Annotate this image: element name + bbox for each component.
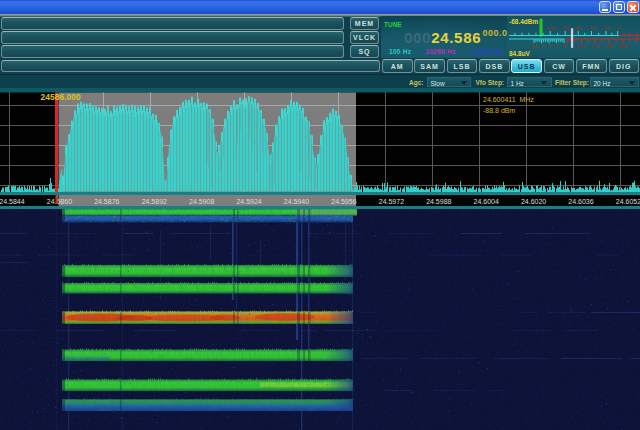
- svg-text:S1: S1: [531, 43, 538, 49]
- svg-text:-60: -60: [574, 25, 582, 31]
- svg-text:24.5972: 24.5972: [379, 198, 404, 205]
- svg-text:24.5924: 24.5924: [236, 198, 261, 205]
- svg-text:+20: +20: [577, 43, 586, 49]
- svg-text:-68.4dBm: -68.4dBm: [509, 18, 538, 25]
- svg-text:24.6020: 24.6020: [521, 198, 546, 205]
- svg-text:24.5908: 24.5908: [189, 198, 214, 205]
- svg-text:-20: -20: [602, 25, 610, 31]
- svg-text:24.5988: 24.5988: [426, 198, 451, 205]
- svg-text:0: 0: [616, 25, 619, 31]
- svg-text:+40: +40: [590, 43, 599, 49]
- svg-text:3: 3: [540, 43, 543, 49]
- svg-text:5: 5: [547, 43, 550, 49]
- svg-text:-80: -80: [561, 25, 569, 31]
- svg-text:7: 7: [555, 43, 558, 49]
- svg-text:24.600411 MHz: 24.600411 MHz: [483, 96, 534, 103]
- svg-text:+60: +60: [604, 43, 613, 49]
- svg-text:24.6036: 24.6036: [568, 198, 593, 205]
- svg-text:24.5876: 24.5876: [94, 198, 119, 205]
- svg-text:+80: +80: [618, 43, 627, 49]
- svg-text:24.5940: 24.5940: [284, 198, 309, 205]
- svg-text:24586.000: 24586.000: [41, 92, 81, 102]
- svg-text:24.6004: 24.6004: [474, 198, 499, 205]
- svg-text:24.5844: 24.5844: [0, 198, 25, 205]
- svg-text:24.5956: 24.5956: [331, 198, 356, 205]
- svg-text:-88.8 dBm: -88.8 dBm: [483, 107, 515, 114]
- svg-text:24.5892: 24.5892: [142, 198, 167, 205]
- svg-text:9: 9: [563, 43, 566, 49]
- svg-text:-100: -100: [545, 25, 556, 31]
- svg-text:24.5860: 24.5860: [47, 198, 72, 205]
- svg-text:24.6052: 24.6052: [616, 198, 640, 205]
- svg-text:84.8uV: 84.8uV: [509, 50, 531, 57]
- svg-text:-40: -40: [588, 25, 596, 31]
